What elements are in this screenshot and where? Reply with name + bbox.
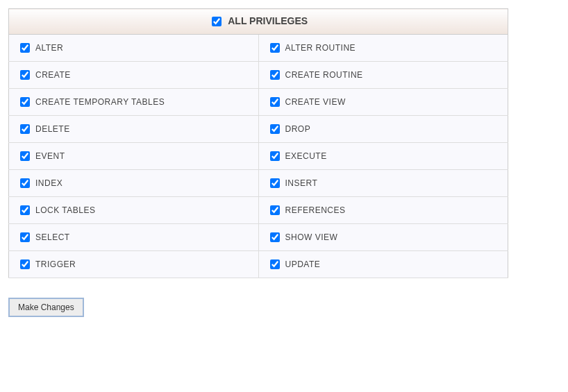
- privilege-row: ALTERALTER ROUTINE: [9, 35, 508, 62]
- privilege-label: CREATE: [35, 70, 71, 80]
- privilege-cell: DELETE: [9, 116, 259, 143]
- privilege-cell: INDEX: [9, 170, 259, 197]
- make-changes-button[interactable]: Make Changes: [8, 298, 84, 317]
- privilege-cell: INSERT: [258, 170, 508, 197]
- privilege-checkbox[interactable]: [270, 43, 280, 53]
- privilege-checkbox[interactable]: [270, 151, 280, 161]
- privilege-label: SELECT: [35, 232, 70, 242]
- privilege-checkbox[interactable]: [20, 43, 30, 53]
- privileges-table: ALL PRIVILEGES ALTERALTER ROUTINECREATEC…: [8, 8, 508, 278]
- privilege-label: EVENT: [35, 151, 65, 161]
- privileges-header: ALL PRIVILEGES: [9, 9, 508, 35]
- privilege-label: TRIGGER: [35, 259, 76, 269]
- privilege-cell: ALTER: [9, 35, 259, 62]
- privilege-checkbox[interactable]: [270, 205, 280, 215]
- privilege-checkbox[interactable]: [270, 178, 280, 188]
- privilege-label: ALTER ROUTINE: [285, 43, 356, 53]
- privilege-label: CREATE ROUTINE: [285, 70, 363, 80]
- privilege-cell: ALTER ROUTINE: [258, 35, 508, 62]
- privilege-label: SHOW VIEW: [285, 232, 338, 242]
- privilege-checkbox[interactable]: [20, 151, 30, 161]
- all-privileges-label: ALL PRIVILEGES: [228, 15, 308, 26]
- privilege-label: DELETE: [35, 124, 70, 134]
- privilege-cell: DROP: [258, 116, 508, 143]
- privilege-checkbox[interactable]: [270, 259, 280, 269]
- privilege-cell: UPDATE: [258, 251, 508, 278]
- privilege-checkbox[interactable]: [20, 178, 30, 188]
- privilege-checkbox[interactable]: [270, 232, 280, 242]
- privilege-checkbox[interactable]: [20, 124, 30, 134]
- privilege-label: INDEX: [35, 178, 62, 188]
- privilege-cell: REFERENCES: [258, 197, 508, 224]
- privilege-cell: LOCK TABLES: [9, 197, 259, 224]
- privilege-label: ALTER: [35, 43, 63, 53]
- privilege-label: REFERENCES: [285, 205, 346, 215]
- privilege-cell: TRIGGER: [9, 251, 259, 278]
- privilege-label: CREATE TEMPORARY TABLES: [35, 97, 165, 107]
- privilege-cell: SHOW VIEW: [258, 224, 508, 251]
- privilege-row: INDEXINSERT: [9, 170, 508, 197]
- privilege-cell: CREATE VIEW: [258, 89, 508, 116]
- privilege-row: TRIGGERUPDATE: [9, 251, 508, 278]
- privilege-row: DELETEDROP: [9, 116, 508, 143]
- privilege-label: UPDATE: [285, 259, 321, 269]
- privilege-cell: CREATE TEMPORARY TABLES: [9, 89, 259, 116]
- privilege-cell: CREATE: [9, 62, 259, 89]
- privilege-cell: EVENT: [9, 143, 259, 170]
- privilege-label: INSERT: [285, 178, 318, 188]
- privilege-checkbox[interactable]: [20, 232, 30, 242]
- privilege-label: EXECUTE: [285, 151, 327, 161]
- privilege-row: SELECTSHOW VIEW: [9, 224, 508, 251]
- all-privileges-checkbox[interactable]: [212, 17, 222, 26]
- privilege-row: LOCK TABLESREFERENCES: [9, 197, 508, 224]
- privilege-label: DROP: [285, 124, 311, 134]
- privilege-checkbox[interactable]: [270, 70, 280, 80]
- privilege-cell: EXECUTE: [258, 143, 508, 170]
- privilege-row: CREATE TEMPORARY TABLESCREATE VIEW: [9, 89, 508, 116]
- privilege-checkbox[interactable]: [270, 97, 280, 107]
- privilege-checkbox[interactable]: [20, 97, 30, 107]
- privilege-cell: SELECT: [9, 224, 259, 251]
- privilege-label: LOCK TABLES: [35, 205, 95, 215]
- privilege-row: CREATECREATE ROUTINE: [9, 62, 508, 89]
- privilege-row: EVENTEXECUTE: [9, 143, 508, 170]
- privilege-label: CREATE VIEW: [285, 97, 346, 107]
- privilege-checkbox[interactable]: [270, 124, 280, 134]
- privilege-checkbox[interactable]: [20, 259, 30, 269]
- privilege-checkbox[interactable]: [20, 70, 30, 80]
- privilege-cell: CREATE ROUTINE: [258, 62, 508, 89]
- privilege-checkbox[interactable]: [20, 205, 30, 215]
